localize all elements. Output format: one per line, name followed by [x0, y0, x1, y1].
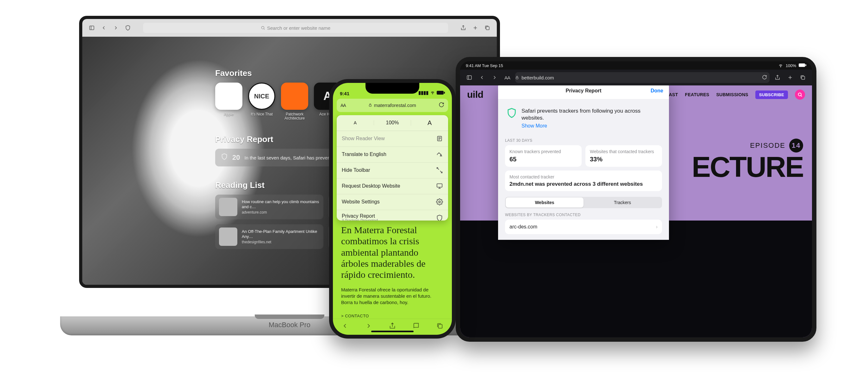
- website-content: uild PODCAST FEATURES SUBMISSIONS SUBSCR…: [460, 86, 812, 337]
- ipad-device: 9:41 AM Tue Sep 15 100% AA betterbuild.c…: [456, 57, 816, 342]
- safari-bottom-bar: [333, 319, 452, 335]
- status-time: 9:41: [340, 91, 349, 96]
- address-bar[interactable]: betterbuild.com: [515, 72, 770, 83]
- cellular-icon: ▮▮▮▮: [418, 90, 429, 96]
- back-icon[interactable]: [477, 73, 487, 82]
- card-known-trackers[interactable]: Known trackers prevented 65: [505, 145, 582, 167]
- svg-rect-13: [516, 77, 518, 79]
- share-icon[interactable]: [773, 73, 782, 82]
- reader-aa-icon[interactable]: AA: [340, 103, 346, 108]
- menu-hide-toolbar[interactable]: Hide Toolbar: [337, 163, 448, 179]
- bookmarks-icon[interactable]: [413, 322, 420, 331]
- search-icon: [261, 26, 265, 30]
- card-websites-contacted[interactable]: Websites that contacted trackers 33%: [585, 145, 662, 167]
- url-text: betterbuild.com: [522, 75, 554, 81]
- favorite-itsnicethat[interactable]: NICE It's Nice That: [248, 83, 275, 121]
- battery-icon: [799, 63, 806, 68]
- menu-request-desktop[interactable]: Request Desktop Website: [337, 179, 448, 194]
- wifi-icon: [778, 63, 783, 69]
- sidebar-icon[interactable]: [87, 24, 96, 32]
- ipad-screen: 9:41 AM Tue Sep 15 100% AA betterbuild.c…: [460, 61, 812, 337]
- tabs-icon[interactable]: [436, 322, 443, 331]
- svg-line-28: [440, 171, 442, 173]
- shield-icon: [221, 153, 228, 162]
- lock-icon: [368, 102, 372, 108]
- tracker-row[interactable]: arc-des.com ›: [505, 220, 662, 234]
- svg-point-18: [798, 93, 801, 96]
- page-content: En Materra Forestal combatimos la crisis…: [333, 221, 452, 319]
- iphone-screen: 9:41 ▮▮▮▮ AA materraforestal.com A 100% …: [333, 83, 452, 335]
- svg-rect-10: [805, 64, 806, 66]
- tabs-icon[interactable]: [483, 24, 492, 32]
- forward-icon[interactable]: [112, 24, 120, 32]
- share-icon[interactable]: [459, 24, 468, 32]
- chevron-right-icon: ›: [656, 224, 657, 230]
- svg-rect-9: [799, 63, 805, 67]
- reading-list-item[interactable]: An Off-The-Plan Family Apartment Unlike …: [215, 224, 323, 249]
- svg-line-27: [437, 168, 439, 169]
- site-logo[interactable]: uild: [467, 89, 483, 100]
- shield-icon[interactable]: [123, 24, 132, 32]
- forward-icon[interactable]: [365, 322, 372, 331]
- episode-number: 14: [789, 138, 803, 153]
- back-icon[interactable]: [99, 24, 108, 32]
- battery-icon: [437, 90, 445, 96]
- aa-menu: A 100% A Show Reader View Translate to E…: [337, 115, 448, 221]
- sidebar-icon[interactable]: [465, 73, 474, 82]
- new-tab-icon[interactable]: [785, 73, 795, 82]
- zoom-in-button[interactable]: A: [411, 119, 448, 127]
- card-most-contacted[interactable]: Most contacted tracker 2mdn.net was prev…: [505, 170, 662, 191]
- privacy-report-popover: Privacy Report Done Safari prevents trac…: [498, 86, 669, 240]
- episode-title: ECTURE: [692, 154, 803, 180]
- shield-icon: [436, 215, 443, 221]
- back-icon[interactable]: [341, 322, 348, 331]
- home-indicator[interactable]: [371, 330, 413, 332]
- favorite-patchwork[interactable]: ■ Patchwork Architecture: [281, 83, 308, 121]
- favorite-apple[interactable]: Apple: [215, 83, 242, 121]
- thumbnail-image: [219, 227, 237, 246]
- address-bar[interactable]: AA materraforestal.com: [337, 99, 448, 112]
- address-bar-placeholder: Search or enter website name: [267, 25, 330, 31]
- show-more-link[interactable]: Show More: [522, 123, 547, 129]
- search-icon[interactable]: [795, 90, 805, 100]
- reload-icon[interactable]: [762, 75, 767, 81]
- menu-translate[interactable]: Translate to English: [337, 147, 448, 163]
- ipad-status-bar: 9:41 AM Tue Sep 15 100%: [460, 61, 812, 70]
- menu-privacy-report[interactable]: Privacy Report 3 Trackers Prevented: [337, 210, 448, 221]
- svg-rect-17: [802, 76, 805, 80]
- share-icon[interactable]: [389, 322, 396, 331]
- privacy-tracker-count: 20: [232, 154, 240, 162]
- segmented-control[interactable]: Websites Trackers: [505, 197, 662, 208]
- safari-toolbar-mac: Search or enter website name: [82, 19, 497, 37]
- nav-link-features[interactable]: FEATURES: [685, 92, 710, 97]
- svg-line-19: [801, 96, 802, 96]
- lock-icon: [515, 75, 519, 81]
- segment-trackers[interactable]: Trackers: [584, 197, 661, 208]
- contact-link[interactable]: > CONTACTO: [341, 314, 369, 318]
- article-paragraph: Materra Forestal ofrece la oportunidad d…: [341, 287, 444, 306]
- reader-icon: [436, 135, 443, 142]
- thumbnail-image: [219, 198, 237, 216]
- status-time: 9:41 AM Tue Sep 15: [466, 63, 503, 68]
- macbook-label: MacBook Pro: [269, 321, 310, 329]
- iphone-device: 9:41 ▮▮▮▮ AA materraforestal.com A 100% …: [329, 79, 456, 339]
- zoom-out-button[interactable]: A: [337, 120, 374, 125]
- segment-websites[interactable]: Websites: [506, 197, 584, 208]
- forward-icon[interactable]: [490, 73, 499, 82]
- address-bar[interactable]: Search or enter website name: [143, 23, 448, 33]
- tabs-icon[interactable]: [798, 73, 808, 82]
- menu-show-reader[interactable]: Show Reader View: [337, 131, 448, 147]
- svg-rect-11: [467, 75, 471, 80]
- safari-toolbar-ipad: AA betterbuild.com: [460, 70, 812, 86]
- new-tab-icon[interactable]: [471, 24, 480, 32]
- reading-list-item[interactable]: How routine can help you climb mountains…: [215, 195, 323, 219]
- svg-rect-34: [439, 324, 442, 328]
- nav-link-submissions[interactable]: SUBMISSIONS: [716, 92, 748, 97]
- menu-website-settings[interactable]: Website Settings: [337, 194, 448, 210]
- svg-point-8: [780, 66, 781, 67]
- done-button[interactable]: Done: [651, 88, 663, 94]
- subscribe-button[interactable]: SUBSCRIBE: [755, 91, 788, 99]
- svg-point-2: [261, 26, 264, 29]
- reload-icon[interactable]: [439, 102, 444, 109]
- reader-aa-icon[interactable]: AA: [502, 73, 512, 82]
